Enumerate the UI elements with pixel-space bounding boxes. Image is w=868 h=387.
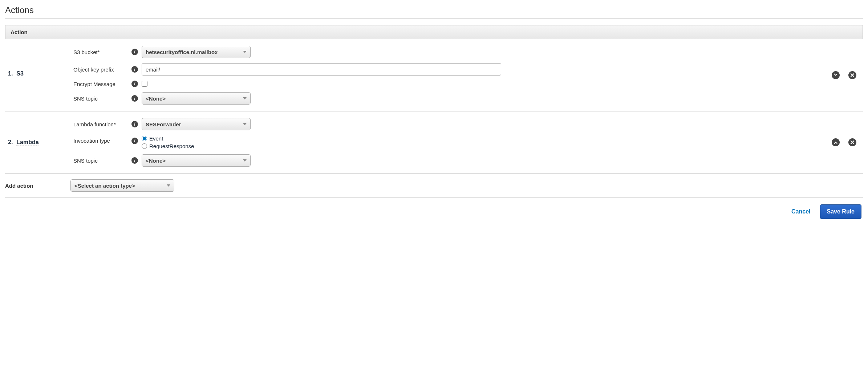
chevron-down-icon bbox=[243, 159, 247, 162]
field-invocation-type: Invocation type Event RequestResponse bbox=[73, 135, 824, 149]
actions-table: Action 1. S3 S3 bucket* hetsecurityoffic… bbox=[5, 25, 863, 198]
action-controls bbox=[824, 71, 860, 79]
chevron-up-icon bbox=[833, 140, 838, 144]
move-up-button[interactable] bbox=[832, 138, 840, 146]
info-icon[interactable] bbox=[131, 95, 138, 102]
field-object-key-prefix: Object key prefix bbox=[73, 63, 824, 76]
dropdown-add-action[interactable]: <Select an action type> bbox=[70, 179, 174, 192]
add-action-row: Add action <Select an action type> bbox=[5, 174, 863, 198]
label-invocation-type: Invocation type bbox=[73, 135, 128, 144]
label-object-key-prefix: Object key prefix bbox=[73, 66, 128, 73]
field-sns-topic: SNS topic <None> bbox=[73, 154, 824, 167]
radio-option-request-response[interactable]: RequestResponse bbox=[142, 143, 194, 149]
action-row-lambda: 2. Lambda Lambda function* SESForwader I… bbox=[5, 111, 863, 174]
action-index-number: 1. bbox=[8, 70, 13, 77]
footer-buttons: Cancel Save Rule bbox=[5, 198, 863, 220]
section-title: Actions bbox=[5, 4, 863, 19]
label-s3-bucket: S3 bucket* bbox=[73, 49, 128, 55]
remove-action-button[interactable] bbox=[848, 71, 856, 79]
info-icon[interactable] bbox=[131, 138, 138, 144]
close-icon bbox=[850, 140, 855, 144]
field-s3-bucket: S3 bucket* hetsecurityoffice.nl.mailbox bbox=[73, 46, 824, 58]
label-sns-topic: SNS topic bbox=[73, 95, 128, 102]
action-index-col: 1. S3 bbox=[8, 46, 73, 77]
dropdown-value: <Select an action type> bbox=[74, 183, 135, 189]
info-icon[interactable] bbox=[131, 121, 138, 127]
info-icon[interactable] bbox=[131, 157, 138, 164]
table-header-action: Action bbox=[5, 25, 863, 39]
chevron-down-icon bbox=[243, 97, 247, 99]
radio-label: RequestResponse bbox=[149, 143, 194, 149]
radio-request-response[interactable] bbox=[142, 143, 147, 149]
cancel-button[interactable]: Cancel bbox=[788, 205, 814, 218]
chevron-down-icon bbox=[243, 51, 247, 53]
action-index-col: 2. Lambda bbox=[8, 118, 73, 146]
dropdown-s3-bucket[interactable]: hetsecurityoffice.nl.mailbox bbox=[142, 46, 251, 58]
move-down-button[interactable] bbox=[832, 71, 840, 79]
checkbox-encrypt-message[interactable] bbox=[142, 81, 147, 87]
dropdown-value: SESForwader bbox=[146, 121, 181, 127]
dropdown-value: <None> bbox=[146, 158, 166, 164]
label-sns-topic: SNS topic bbox=[73, 158, 128, 164]
chevron-down-icon bbox=[833, 73, 838, 77]
dropdown-value: hetsecurityoffice.nl.mailbox bbox=[146, 49, 218, 55]
radio-event[interactable] bbox=[142, 136, 147, 141]
dropdown-value: <None> bbox=[146, 95, 166, 102]
field-sns-topic: SNS topic <None> bbox=[73, 92, 824, 105]
dropdown-sns-topic[interactable]: <None> bbox=[142, 154, 251, 167]
action-type-s3[interactable]: S3 bbox=[16, 70, 24, 77]
input-object-key-prefix[interactable] bbox=[142, 63, 501, 76]
label-encrypt-message: Encrypt Message bbox=[73, 81, 128, 87]
info-icon[interactable] bbox=[131, 49, 138, 55]
chevron-down-icon bbox=[243, 123, 247, 125]
field-lambda-function: Lambda function* SESForwader bbox=[73, 118, 824, 130]
chevron-down-icon bbox=[167, 184, 170, 187]
action-index-number: 2. bbox=[8, 139, 13, 146]
action-controls bbox=[824, 138, 860, 146]
save-rule-button[interactable]: Save Rule bbox=[820, 204, 861, 219]
info-icon[interactable] bbox=[131, 66, 138, 73]
dropdown-sns-topic[interactable]: <None> bbox=[142, 92, 251, 105]
action-type-lambda[interactable]: Lambda bbox=[16, 139, 38, 146]
label-add-action: Add action bbox=[5, 183, 70, 189]
invocation-type-options: Event RequestResponse bbox=[142, 135, 194, 149]
field-encrypt-message: Encrypt Message bbox=[73, 81, 824, 87]
action-row-s3: 1. S3 S3 bucket* hetsecurityoffice.nl.ma… bbox=[5, 39, 863, 111]
close-icon bbox=[850, 73, 855, 77]
label-lambda-function: Lambda function* bbox=[73, 121, 128, 127]
remove-action-button[interactable] bbox=[848, 138, 856, 146]
radio-label: Event bbox=[149, 135, 163, 142]
radio-option-event[interactable]: Event bbox=[142, 135, 194, 142]
action-fields: S3 bucket* hetsecurityoffice.nl.mailbox … bbox=[73, 46, 824, 105]
dropdown-lambda-function[interactable]: SESForwader bbox=[142, 118, 251, 130]
action-fields: Lambda function* SESForwader Invocation … bbox=[73, 118, 824, 167]
info-icon[interactable] bbox=[131, 81, 138, 87]
